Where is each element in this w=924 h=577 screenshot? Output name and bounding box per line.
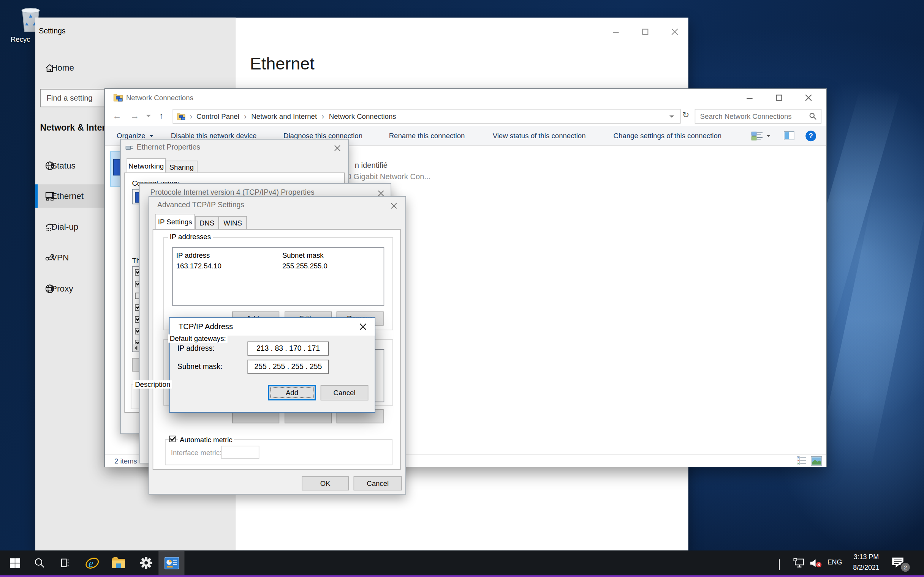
taskbar-search-button[interactable] [30, 550, 50, 575]
interface-metric-label: Interface metric: [171, 449, 221, 457]
speaker-muted-icon [809, 558, 822, 568]
back-button[interactable]: ← [113, 111, 121, 120]
task-view-button[interactable] [55, 550, 75, 575]
explorer-close-button[interactable] [799, 91, 818, 104]
settings-minimize-button[interactable] [607, 26, 625, 37]
file-explorer-icon [111, 557, 125, 569]
tray-show-hidden-icons[interactable] [779, 560, 780, 571]
address-bar-row: ← → ↑ › Control Panel › Network and Inte… [105, 107, 826, 126]
view-options-caret-icon[interactable] [767, 135, 770, 137]
tray-network-icon[interactable] [793, 558, 805, 571]
ip-address-input[interactable]: 213 . 83 . 170 . 171 [247, 342, 329, 356]
breadcrumb-separator: › [322, 112, 325, 121]
details-view-icon[interactable] [797, 456, 807, 465]
explorer-minimize-button[interactable] [740, 91, 759, 104]
taskbar-settings-button[interactable] [135, 550, 157, 575]
network-ethernet-icon [793, 558, 805, 568]
connection-tile-selection-fragment[interactable] [110, 152, 121, 187]
start-button[interactable] [5, 550, 25, 575]
refresh-button[interactable]: ↻ [682, 110, 689, 119]
search-icon [809, 112, 817, 120]
settings-page-title: Ethernet [250, 54, 315, 74]
forward-button[interactable]: → [130, 111, 139, 120]
advanced-cancel-button[interactable]: Cancel [354, 476, 402, 490]
control-panel-taskbar-button[interactable] [158, 551, 184, 575]
tcpip-cancel-button[interactable]: Cancel [321, 385, 368, 400]
network-connections-window-icon [113, 93, 123, 103]
search-placeholder: Search Network Connections [700, 112, 792, 120]
tcpip-address-dialog: TCP/IP Address IP address: 213 . 83 . 17… [169, 318, 375, 413]
tcpip-dialog-close-button[interactable] [355, 321, 370, 332]
tray-language[interactable]: ENG [827, 559, 842, 566]
address-dropdown-icon[interactable] [669, 115, 674, 118]
dialog-title: Protocole Internet version 4 (TCP/IPv4) … [150, 188, 315, 197]
sidebar-item-label: Dial-up [51, 222, 78, 232]
sidebar-item-home[interactable]: Home [36, 56, 236, 79]
breadcrumb-control-panel[interactable]: Control Panel [196, 112, 239, 120]
toolbar-rename[interactable]: Rename this connection [389, 126, 465, 145]
interface-metric-input[interactable] [221, 446, 260, 459]
scroll-left-icon[interactable] [134, 345, 137, 350]
column-header-ip: IP address [176, 251, 210, 259]
internet-explorer-icon: e [85, 555, 100, 570]
control-panel-icon [164, 557, 179, 569]
tab-dns[interactable]: DNS [195, 216, 218, 230]
taskbar: e [0, 550, 924, 577]
find-a-setting-placeholder: Find a setting [47, 94, 93, 103]
screen: Recyc Settings Ethernet Home Find a sett… [0, 0, 924, 577]
connection-icon-fragment [113, 159, 121, 176]
tab-sharing[interactable]: Sharing [166, 161, 197, 173]
vpn-icon [45, 253, 55, 262]
notification-badge: 2 [900, 562, 911, 573]
windows-logo-icon [10, 558, 20, 568]
ip-address-label: IP address: [178, 344, 215, 353]
organize-caret-icon [149, 135, 153, 137]
description-group-label: Description [133, 380, 172, 389]
up-button[interactable]: ↑ [159, 111, 164, 120]
address-bar[interactable]: › Control Panel › Network and Internet ›… [173, 109, 680, 124]
advanced-close-button[interactable] [387, 200, 400, 211]
explorer-maximize-button[interactable] [770, 91, 789, 104]
help-icon[interactable]: ? [806, 131, 816, 141]
screen-edge-strip [0, 575, 924, 577]
tray-clock-date[interactable]: 8/2/2021 [847, 564, 885, 571]
ip-addresses-listbox[interactable]: IP address Subnet mask 163.172.54.10 255… [172, 247, 384, 306]
subnet-mask-input[interactable]: 255 . 255 . 255 . 255 [247, 360, 329, 374]
action-center-button[interactable]: 2 [892, 557, 908, 570]
breadcrumb-separator: › [244, 112, 247, 121]
chevron-up-icon [779, 559, 780, 570]
dialog-title: TCP/IP Address [179, 322, 233, 330]
toolbar-view-status[interactable]: View status of this connection [493, 126, 586, 145]
thumbnail-view-icon[interactable] [811, 456, 822, 466]
tab-ip-settings[interactable]: IP Settings [155, 214, 195, 230]
mask-row-value: 255.255.255.0 [282, 262, 328, 270]
proxy-globe-icon [45, 284, 55, 293]
tab-networking[interactable]: Networking [126, 158, 165, 173]
explorer-search-box[interactable]: Search Network Connections [695, 109, 821, 124]
gear-icon [140, 556, 153, 569]
settings-close-button[interactable] [666, 26, 684, 37]
dialup-phone-icon [45, 222, 55, 232]
automatic-metric-checkbox[interactable] [169, 436, 176, 442]
sidebar-item-label: Ethernet [51, 191, 84, 201]
internet-explorer-button[interactable]: e [81, 550, 103, 575]
breadcrumb-network-connections[interactable]: Network Connections [329, 112, 396, 120]
tcpip-add-button[interactable]: Add [268, 385, 316, 400]
default-gateways-group-label: Default gateways: [168, 334, 228, 343]
dialog-title: Ethernet Properties [137, 143, 200, 152]
tab-wins[interactable]: WINS [218, 216, 247, 230]
file-explorer-button[interactable] [107, 550, 129, 575]
preview-pane-icon[interactable] [784, 131, 795, 140]
settings-maximize-button[interactable] [636, 26, 654, 37]
advanced-ok-button[interactable]: OK [302, 476, 349, 490]
tray-clock-time[interactable]: 3:13 PM [847, 553, 885, 561]
search-icon [34, 558, 45, 568]
view-tiles-icon[interactable] [751, 131, 763, 141]
recent-locations-dropdown[interactable] [146, 114, 151, 117]
toolbar-change-settings[interactable]: Change settings of this connection [614, 126, 722, 145]
tray-volume-icon[interactable] [809, 558, 822, 571]
settings-window-title: Settings [39, 27, 65, 35]
breadcrumb-network-and-internet[interactable]: Network and Internet [251, 112, 317, 120]
connection-adapter-text-fragment: 0 Gigabit Network Con... [347, 172, 431, 181]
ethernet-properties-close-button[interactable] [331, 142, 344, 153]
